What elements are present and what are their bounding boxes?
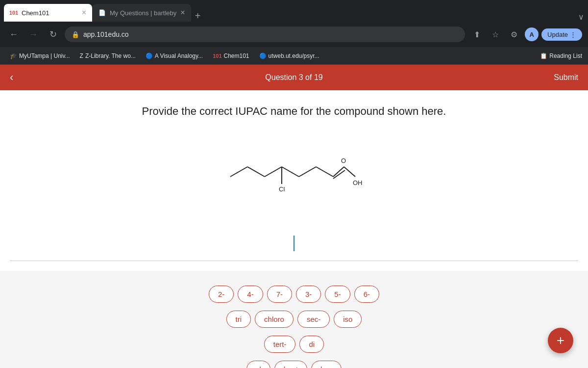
chem101-tab-title: Chem101 xyxy=(22,9,78,17)
chip-tert[interactable]: tert- xyxy=(264,336,296,353)
word-row-2: tri chloro sec- iso xyxy=(226,311,362,328)
chem101-tab-icon: 101 xyxy=(10,9,18,17)
chip-5[interactable]: 5- xyxy=(325,286,350,303)
address-bar[interactable]: 🔒 app.101edu.co xyxy=(65,26,465,42)
bookmark-zlibrary[interactable]: Z Z-Library. The wo... xyxy=(76,51,140,61)
text-cursor xyxy=(294,236,294,251)
word-bank: 2- 4- 7- 3- 5- 6- tri chloro sec- iso te… xyxy=(0,271,588,368)
chip-hex[interactable]: hex xyxy=(311,361,342,368)
bartleby-tab-title: My Questions | bartleby xyxy=(110,9,176,17)
bookmark-icon-chem101: 101 xyxy=(213,53,221,59)
answer-underline xyxy=(10,261,578,261)
word-row-3: tert- di xyxy=(264,336,324,353)
chip-4[interactable]: 4- xyxy=(238,286,263,303)
chip-iso[interactable]: iso xyxy=(334,311,362,328)
svg-line-11 xyxy=(344,167,355,177)
bookmark-star-button[interactable]: ☆ xyxy=(488,26,503,42)
chip-3[interactable]: 3- xyxy=(296,286,321,303)
question-label: Question 3 of 19 xyxy=(265,73,322,82)
svg-text:O: O xyxy=(341,157,346,164)
submit-button[interactable]: Submit xyxy=(554,73,578,82)
bookmark-icon-utweb: 🔵 xyxy=(259,53,267,59)
tab-bartleby[interactable]: 📄 My Questions | bartleby × xyxy=(92,4,191,22)
address-text: app.101edu.co xyxy=(83,30,458,38)
share-button[interactable]: ⬆ xyxy=(469,26,485,42)
bookmark-utweb[interactable]: 🔵 utweb.ut.edu/psyr... xyxy=(255,51,323,61)
svg-line-6 xyxy=(299,167,316,177)
tab-chem101[interactable]: 101 Chem101 × xyxy=(4,4,92,22)
tab-close-chem101[interactable]: × xyxy=(82,9,86,17)
chip-yl[interactable]: yl xyxy=(246,361,270,368)
chip-6[interactable]: 6- xyxy=(354,286,379,303)
bookmarks-bar: 🎓 MyUTampa | Univ... Z Z-Library. The wo… xyxy=(0,47,588,65)
back-button[interactable]: ← xyxy=(6,26,22,42)
svg-line-0 xyxy=(230,167,247,177)
chip-sec[interactable]: sec- xyxy=(297,311,330,328)
lock-icon: 🔒 xyxy=(72,31,79,38)
question-text: Provide the correct IUPAC name for the c… xyxy=(142,105,446,118)
bookmark-icon-zlibrary: Z xyxy=(80,53,83,59)
word-row-4: yl hept hex xyxy=(246,361,342,368)
tab-list-chevron[interactable]: ∨ xyxy=(578,12,588,22)
svg-line-2 xyxy=(265,167,282,177)
main-content: Provide the correct IUPAC name for the c… xyxy=(0,90,588,271)
forward-button[interactable]: → xyxy=(25,26,41,42)
bookmark-visual-analogy[interactable]: 🔵 A Visual Analogy... xyxy=(142,51,207,61)
chip-chloro[interactable]: chloro xyxy=(255,311,294,328)
bartleby-tab-icon: 📄 xyxy=(98,9,106,17)
svg-text:OH: OH xyxy=(353,179,363,186)
reading-list-icon: 📋 xyxy=(540,53,547,59)
svg-line-1 xyxy=(247,167,265,177)
bookmark-icon-myutampa: 🎓 xyxy=(10,53,17,59)
bookmark-icon-visual: 🔵 xyxy=(146,53,153,59)
answer-area[interactable] xyxy=(10,226,578,261)
svg-text:Cl: Cl xyxy=(279,185,285,193)
word-row-1: 2- 4- 7- 3- 5- 6- xyxy=(209,286,379,303)
question-back-button[interactable]: ‹ xyxy=(10,71,13,84)
chip-tri[interactable]: tri xyxy=(226,311,251,328)
question-header: ‹ Question 3 of 19 Submit xyxy=(0,65,588,90)
extension-button[interactable]: ⚙ xyxy=(506,26,522,42)
svg-line-5 xyxy=(282,167,299,177)
bookmark-chem101[interactable]: 101 Chem101 xyxy=(209,51,253,61)
chemical-structure: Cl O OH xyxy=(216,132,372,211)
reading-list[interactable]: 📋 Reading List xyxy=(540,53,582,59)
chip-7[interactable]: 7- xyxy=(267,286,292,303)
structure-svg: Cl O OH xyxy=(216,132,372,211)
fab-button[interactable]: + xyxy=(548,328,573,353)
refresh-button[interactable]: ↻ xyxy=(45,26,61,42)
tab-close-bartleby[interactable]: × xyxy=(180,9,185,17)
chip-di[interactable]: di xyxy=(299,336,324,353)
chip-2[interactable]: 2- xyxy=(209,286,234,303)
reading-list-label: Reading List xyxy=(549,53,582,59)
bookmark-myutampa[interactable]: 🎓 MyUTampa | Univ... xyxy=(6,51,74,61)
update-button[interactable]: Update ⋮ xyxy=(541,28,582,41)
new-tab-button[interactable]: + xyxy=(191,10,205,22)
chip-hept[interactable]: hept xyxy=(274,361,307,368)
profile-avatar[interactable]: A xyxy=(525,27,539,41)
svg-line-7 xyxy=(316,167,333,177)
